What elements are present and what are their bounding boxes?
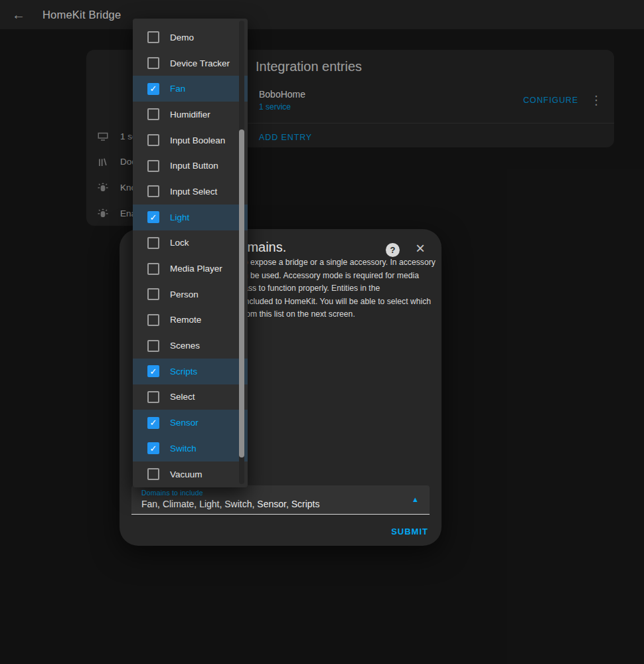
submit-button[interactable]: SUBMIT [391, 527, 428, 537]
menu-item-label: Fan [170, 84, 185, 94]
checkbox-unchecked-icon [147, 391, 159, 403]
menu-item-demo[interactable]: Demo [133, 25, 248, 50]
menu-item-humidifier[interactable]: Humidifier [133, 102, 248, 127]
menu-item-label: Demo [170, 33, 194, 42]
checkbox-unchecked-icon [147, 237, 159, 249]
checkbox-checked-icon: ✓ [147, 365, 159, 377]
checkbox-unchecked-icon [147, 134, 159, 146]
menu-item-label: Select [170, 392, 195, 402]
menu-item-select[interactable]: Select [133, 384, 248, 410]
menu-item-media-player[interactable]: Media Player [133, 256, 248, 282]
menu-item-remote[interactable]: Remote [133, 307, 248, 333]
domain-menu-list: DemoDevice Tracker✓FanHumidifierInput Bo… [133, 25, 248, 487]
checkbox-unchecked-icon [147, 185, 159, 197]
menu-item-label: Sensor [170, 418, 199, 428]
menu-item-input-boolean[interactable]: Input Boolean [133, 127, 248, 153]
checkbox-unchecked-icon [147, 468, 159, 480]
menu-item-label: Input Boolean [170, 135, 225, 145]
checkbox-unchecked-icon [147, 57, 159, 69]
menu-item-label: Scenes [170, 341, 200, 351]
checkbox-checked-icon: ✓ [147, 211, 159, 223]
field-label: Domains to include [141, 489, 203, 497]
checkbox-checked-icon: ✓ [147, 417, 159, 429]
menu-item-device-tracker[interactable]: Device Tracker [133, 50, 248, 76]
checkbox-unchecked-icon [147, 314, 159, 326]
menu-item-input-button[interactable]: Input Button [133, 153, 248, 179]
menu-item-label: Scripts [170, 367, 197, 376]
help-icon[interactable]: ? [386, 243, 400, 257]
menu-item-label: Remote [170, 315, 201, 325]
menu-item-scenes[interactable]: Scenes [133, 333, 248, 359]
menu-item-label: Device Tracker [170, 58, 230, 68]
checkbox-checked-icon: ✓ [147, 83, 159, 95]
chevron-up-icon[interactable]: ▲ [412, 495, 419, 503]
menu-item-vacuum[interactable]: Vacuum [133, 461, 248, 487]
checkbox-unchecked-icon [147, 108, 159, 120]
menu-item-input-select[interactable]: Input Select [133, 179, 248, 205]
menu-item-lock[interactable]: Lock [133, 230, 248, 256]
checkbox-checked-icon: ✓ [147, 442, 159, 454]
menu-item-fan[interactable]: ✓Fan [133, 76, 248, 102]
menu-item-label: Vacuum [170, 469, 202, 479]
checkbox-unchecked-icon [147, 31, 159, 43]
close-icon[interactable]: × [412, 240, 428, 256]
menu-item-label: Media Player [170, 264, 222, 274]
checkbox-unchecked-icon [147, 263, 159, 275]
field-value: Fan, Climate, Light, Switch, Sensor, Scr… [141, 499, 319, 509]
checkbox-unchecked-icon [147, 288, 159, 300]
menu-item-sensor[interactable]: ✓Sensor [133, 410, 248, 436]
menu-item-label: Input Button [170, 161, 218, 171]
menu-item-label: Input Select [170, 187, 217, 197]
menu-item-person[interactable]: Person [133, 282, 248, 307]
menu-item-scripts[interactable]: ✓Scripts [133, 359, 248, 384]
domains-to-include-field[interactable]: Domains to include Fan, Climate, Light, … [131, 485, 430, 515]
menu-item-label: Switch [170, 444, 197, 454]
menu-item-light[interactable]: ✓Light [133, 205, 248, 230]
menu-item-switch[interactable]: ✓Switch [133, 436, 248, 461]
menu-item-label: Lock [170, 238, 189, 248]
menu-item-label: Light [170, 212, 189, 222]
scrollbar-thumb[interactable] [239, 129, 244, 457]
menu-item-label: Humidifier [170, 110, 210, 120]
checkbox-unchecked-icon [147, 160, 159, 172]
menu-item-label: Person [170, 290, 199, 299]
checkbox-unchecked-icon [147, 340, 159, 352]
domains-dropdown-menu: DemoDevice Tracker✓FanHumidifierInput Bo… [133, 19, 248, 487]
